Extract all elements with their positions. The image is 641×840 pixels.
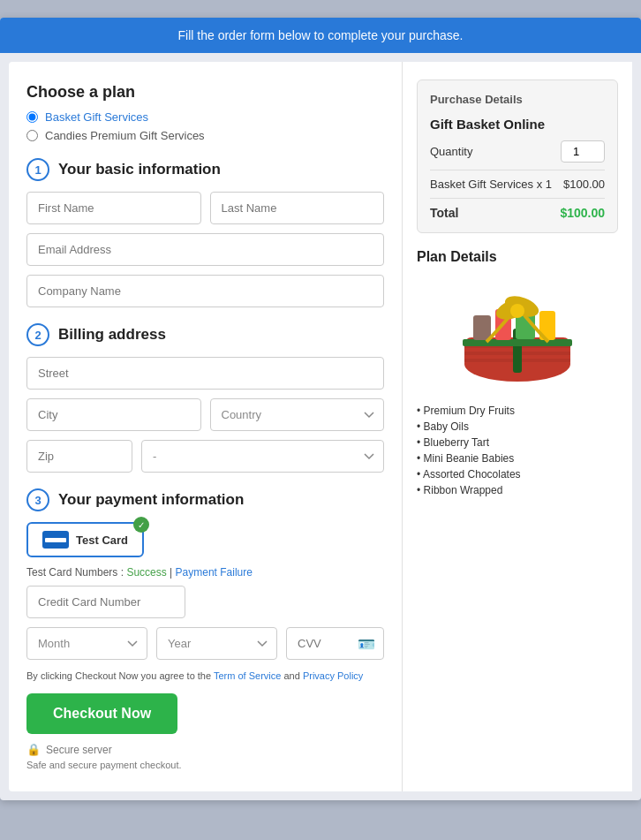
terms-link[interactable]: Term of Service	[214, 670, 281, 681]
cc-number-input[interactable]	[26, 586, 185, 618]
qty-label: Quantity	[430, 145, 472, 158]
product-name: Gift Basket Online	[430, 117, 605, 132]
top-banner: Fill the order form below to complete yo…	[0, 18, 641, 53]
cvv-wrapper: 🪪	[286, 627, 384, 660]
right-panel: Purchase Details Gift Basket Online Quan…	[403, 62, 632, 791]
plan-option-candies[interactable]: Candies Premium Gift Services	[26, 129, 384, 142]
section-header-payment: 3 Your payment information	[26, 488, 384, 511]
total-value: $100.00	[560, 206, 605, 220]
plan-option-basket[interactable]: Basket Gift Services	[26, 110, 384, 124]
feature-6: Ribbon Wrapped	[417, 482, 618, 498]
service-label: Basket Gift Services x 1	[430, 178, 552, 191]
lock-icon: 🔒	[26, 743, 41, 756]
year-select[interactable]: Year	[156, 627, 277, 660]
state-select[interactable]: -	[141, 440, 384, 473]
banner-text: Fill the order form below to complete yo…	[178, 28, 464, 42]
terms-and: and	[283, 670, 299, 681]
feature-1: Premium Dry Fruits	[417, 403, 618, 419]
section-num-2: 2	[26, 323, 49, 346]
feature-3: Blueberry Tart	[417, 435, 618, 450]
terms-prefix: By clicking Checkout Now you agree to th…	[26, 670, 211, 681]
failure-link[interactable]: Payment Failure	[176, 566, 253, 579]
success-link[interactable]: Success	[126, 566, 166, 579]
name-row	[26, 192, 384, 224]
feature-5: Assorted Chocolates	[417, 466, 618, 482]
safe-text: Safe and secure payment checkout.	[26, 760, 384, 770]
section-num-1: 1	[26, 158, 49, 181]
city-input[interactable]	[26, 398, 201, 431]
card-check-icon: ✓	[133, 517, 149, 533]
zip-state-row: -	[26, 440, 384, 473]
total-label: Total	[430, 206, 458, 220]
test-card-label: Test Card Numbers :	[26, 566, 124, 579]
feature-2: Baby Oils	[417, 419, 618, 435]
plan-details-title: Plan Details	[417, 249, 618, 265]
choose-plan-title: Choose a plan	[26, 83, 384, 102]
section-title-billing: Billing address	[58, 326, 166, 344]
left-panel: Choose a plan Basket Gift Services Candi…	[9, 62, 403, 791]
first-name-input[interactable]	[26, 192, 201, 224]
terms-text: By clicking Checkout Now you agree to th…	[26, 670, 384, 681]
company-row	[26, 275, 384, 307]
zip-input[interactable]	[26, 440, 132, 473]
svg-rect-7	[473, 315, 491, 340]
checkout-button[interactable]: Checkout Now	[26, 693, 177, 734]
cvv-card-icon: 🪪	[358, 635, 375, 652]
cvv-row: Month Year 🪪	[26, 627, 384, 660]
email-input[interactable]	[26, 233, 384, 266]
card-option[interactable]: Test Card ✓	[26, 522, 144, 557]
service-price: $100.00	[563, 178, 605, 191]
price-row: Basket Gift Services x 1 $100.00	[430, 178, 605, 191]
purchase-details-title: Purchase Details	[430, 93, 605, 106]
plan-label-basket: Basket Gift Services	[45, 110, 148, 124]
qty-row: Quantity	[430, 140, 605, 163]
secure-label: Secure server	[46, 744, 112, 756]
company-input[interactable]	[26, 275, 384, 307]
section-title-payment: Your payment information	[58, 491, 244, 509]
main-content: Choose a plan Basket Gift Services Candi…	[9, 62, 632, 791]
month-select[interactable]: Month	[26, 627, 147, 660]
secure-row: 🔒 Secure server	[26, 743, 384, 756]
svg-point-13	[510, 304, 524, 318]
qty-input[interactable]	[561, 140, 605, 163]
feature-4: Mini Beanie Babies	[417, 450, 618, 466]
section-header-basic: 1 Your basic information	[26, 158, 384, 181]
plan-features-list: Premium Dry Fruits Baby Oils Blueberry T…	[417, 403, 618, 498]
plan-radio-basket[interactable]	[26, 111, 38, 123]
cc-row	[26, 586, 384, 618]
separator: |	[170, 566, 172, 579]
email-row	[26, 233, 384, 266]
section-title-basic: Your basic information	[58, 161, 221, 178]
city-country-row: Country	[26, 398, 384, 431]
section-num-3: 3	[26, 488, 49, 511]
country-select[interactable]: Country	[210, 398, 385, 431]
svg-rect-6	[463, 339, 572, 346]
privacy-link[interactable]: Privacy Policy	[303, 670, 363, 681]
section-header-billing: 2 Billing address	[26, 323, 384, 346]
page-wrapper: Fill the order form below to complete yo…	[0, 18, 641, 800]
card-label: Test Card	[76, 534, 128, 547]
basket-image	[417, 276, 618, 390]
card-icon	[42, 531, 69, 549]
purchase-details-box: Purchase Details Gift Basket Online Quan…	[417, 79, 618, 233]
total-row: Total $100.00	[430, 206, 605, 220]
street-input[interactable]	[26, 357, 384, 390]
street-row	[26, 357, 384, 390]
test-card-info: Test Card Numbers : Success | Payment Fa…	[26, 566, 384, 579]
last-name-input[interactable]	[210, 192, 385, 224]
plan-label-candies: Candies Premium Gift Services	[45, 129, 205, 142]
plan-radio-candies[interactable]	[26, 130, 38, 141]
